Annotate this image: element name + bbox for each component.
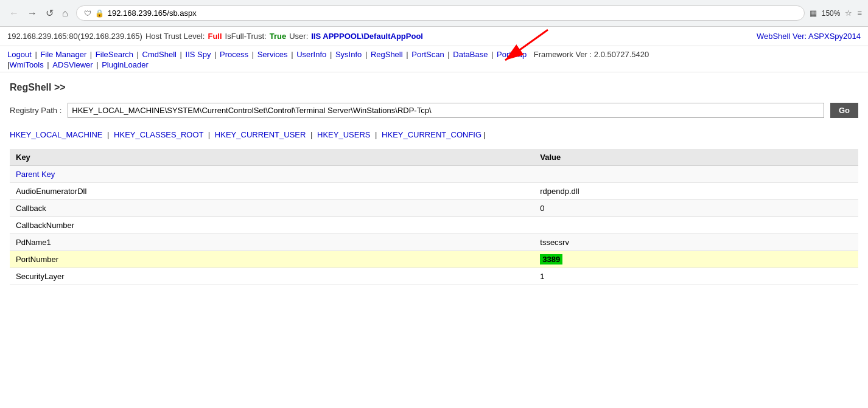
registry-path-input[interactable] [68,103,824,118]
nav-portscan[interactable]: PortScan [411,50,444,59]
zoom-level: 150% [822,9,841,18]
nav-userinfo[interactable]: UserInfo [296,50,326,59]
sep5: | [212,50,219,59]
nav-row1: Logout | File Manager | FileSearch | Cmd… [7,50,861,59]
nav-logout[interactable]: Logout [7,50,32,59]
registry-links: HKEY_LOCAL_MACHINE | HKEY_CLASSES_ROOT |… [10,130,858,139]
nav-wmitools[interactable]: WmiTools [9,60,43,69]
table-row: PdName1 tssecsrv [10,234,858,251]
sep: | [33,50,40,59]
browser-chrome: ← → ↺ ⌂ 🛡 🔒 ▦ 150% ☆ ≡ [0,0,868,27]
table-cell-key: CallbackNumber [10,217,534,234]
reg-link-hkcu[interactable]: HKEY_CURRENT_USER [215,130,306,139]
nav-pluginloader[interactable]: PluginLoader [102,60,149,69]
menu-icon[interactable]: ≡ [857,9,862,18]
sep3: | [135,50,141,59]
table-cell-value: rdpendp.dll [534,183,858,200]
registry-table: Key Value Parent Key AudioEnumeratorDll … [10,149,858,285]
table-row: Parent Key [10,166,858,183]
trust-value: Full [208,32,222,41]
info-bar-right: WebShell Ver: ASPXSpy2014 [757,32,861,41]
reg-link-hkcr[interactable]: HKEY_CLASSES_ROOT [114,130,203,139]
table-cell-key: AudioEnumeratorDll [10,183,534,200]
sep7: | [289,50,296,59]
nav-adsviewer[interactable]: ADSViewer [52,60,93,69]
reg-link-hkcc[interactable]: HKEY_CURRENT_CONFIG [382,130,481,139]
nav-bar: Logout | File Manager | FileSearch | Cmd… [0,46,868,72]
nav-filemanager[interactable]: File Manager [40,50,86,59]
webshell-link[interactable]: WebShell Ver: ASPXSpy2014 [757,32,861,41]
table-cell-value: 1 [534,268,858,285]
table-cell-key: PortNumber [10,251,534,268]
nav-iispy[interactable]: IIS Spy [186,50,211,59]
table-row-portnumber: PortNumber 3389 [10,251,858,268]
table-row: SecurityLayer 1 [10,268,858,285]
star-icon[interactable]: ☆ [845,9,852,18]
table-cell-value [534,217,858,234]
security-icon: 🛡 [84,9,91,18]
qr-icon: ▦ [810,9,817,18]
reload-button[interactable]: ↺ [43,6,57,20]
nav-portmap[interactable]: PortMap [497,50,527,59]
parent-key-link[interactable]: Parent Key [16,170,55,179]
table-cell-key: SecurityLayer [10,268,534,285]
table-row: CallbackNumber [10,217,858,234]
back-button[interactable]: ← [6,7,22,20]
page-title: RegShell >> [10,82,858,93]
nav-sysinfo[interactable]: SysInfo [335,50,362,59]
sep4: | [178,50,184,59]
framework-value: 2.0.50727.5420 [594,50,649,59]
info-bar-left: 192.168.239.165:80(192.168.239.165) Host… [7,32,423,41]
nav-buttons: ← → ↺ ⌂ [6,6,71,20]
framework-label: Framework Ver : [534,50,592,59]
table-row: Callback 0 [10,200,858,217]
go-button[interactable]: Go [830,103,858,118]
home-button[interactable]: ⌂ [59,7,71,20]
nav-database[interactable]: DataBase [453,50,488,59]
user-value: IIS APPPOOL\DefaultAppPool [311,32,423,41]
nav-filesearch[interactable]: FileSearch [96,50,133,59]
table-cell-value: 0 [534,200,858,217]
nav-row2: |WmiTools | ADSViewer | PluginLoader [7,60,861,69]
table-cell-key: PdName1 [10,234,534,251]
sep12: | [489,50,495,59]
registry-path-row: Registry Path : Go [10,103,858,118]
host-value: 192.168.239.165:80(192.168.239.165) [7,32,142,41]
nav-cmdshell[interactable]: CmdShell [142,50,177,59]
nav-regshell[interactable]: RegShell [371,50,403,59]
address-bar-input[interactable] [108,9,797,18]
host-trust-label: Host Trust Level: [145,32,205,41]
sep6: | [250,50,256,59]
is-full-trust-label: IsFull-Trust: [225,32,267,41]
forward-button[interactable]: → [24,7,40,20]
port-number-value: 3389 [540,254,562,265]
info-bar: 192.168.239.165:80(192.168.239.165) Host… [0,27,868,46]
page-content: 192.168.239.165:80(192.168.239.165) Host… [0,27,868,295]
table-cell-value: tssecsrv [534,234,858,251]
col-value: Value [534,149,858,166]
reg-link-hklm[interactable]: HKEY_LOCAL_MACHINE [10,130,102,139]
sep11: | [446,50,452,59]
sep9: | [363,50,369,59]
reg-link-hku[interactable]: HKEY_USERS [317,130,370,139]
sep2: | [88,50,94,59]
nav-process[interactable]: Process [220,50,248,59]
main-content: RegShell >> Registry Path : Go HKEY_LOCA… [0,72,868,295]
sep14: | [94,60,101,69]
browser-actions: ▦ 150% ☆ ≡ [810,9,862,18]
lock-icon: 🔒 [95,9,104,18]
col-key: Key [10,149,534,166]
registry-path-label: Registry Path : [10,106,61,115]
table-cell-key: Callback [10,200,534,217]
framework-info: Framework Ver : 2.0.50727.5420 [534,50,649,59]
table-row: AudioEnumeratorDll rdpendp.dll [10,183,858,200]
table-cell-key: Parent Key [10,166,534,183]
user-label: User: [289,32,308,41]
full-trust-value: True [270,32,286,41]
sep13: | [45,60,52,69]
nav-services[interactable]: Services [257,50,288,59]
address-bar-container: 🛡 🔒 [76,5,805,21]
table-cell-value [534,166,858,183]
table-cell-value: 3389 [534,251,858,268]
sep8: | [327,50,334,59]
